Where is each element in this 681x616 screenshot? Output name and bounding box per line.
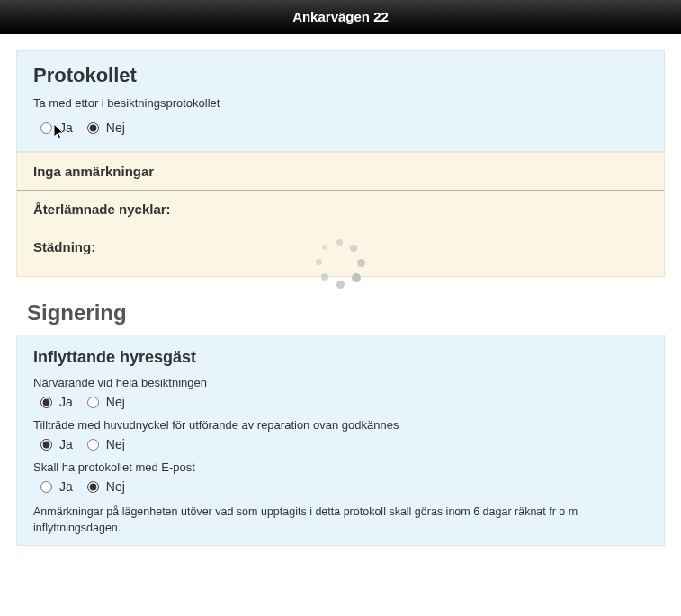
q2-label-ja[interactable]: Ja xyxy=(59,437,73,451)
cream-section: Inga anmärkningar Återlämnade nycklar: S… xyxy=(16,152,665,277)
q1-radio-nej[interactable] xyxy=(87,397,99,408)
q3-text: Skall ha protokollet med E-post xyxy=(33,460,648,474)
inflyttande-title: Inflyttande hyresgäst xyxy=(33,348,648,367)
q1-label-nej[interactable]: Nej xyxy=(106,395,125,409)
cream-row-2: Återlämnade nycklar: xyxy=(17,191,664,228)
q1-radio-ja[interactable] xyxy=(40,397,52,408)
q2-label-nej[interactable]: Nej xyxy=(106,437,125,451)
protokollet-radio-ja[interactable] xyxy=(40,122,52,134)
protokollet-title: Protokollet xyxy=(33,64,648,87)
app-header: Ankarvägen 22 xyxy=(0,0,681,34)
protokollet-radio-nej[interactable] xyxy=(87,122,99,134)
truncated-previous-row xyxy=(0,34,681,45)
content: Protokollet Ta med ettor i besiktningspr… xyxy=(0,34,681,546)
cream-row-1: Inga anmärkningar xyxy=(17,153,664,191)
cream-row-3: Städning: xyxy=(17,228,664,276)
protokollet-label-nej[interactable]: Nej xyxy=(106,121,125,135)
inflyttande-section: Inflyttande hyresgäst Närvarande vid hel… xyxy=(16,335,665,546)
q3-radio-ja[interactable] xyxy=(40,481,52,493)
q3-label-nej[interactable]: Nej xyxy=(106,479,125,494)
inflyttande-footnote: Anmärkningar på lägenheten utöver vad so… xyxy=(33,504,648,536)
q2-radio-nej[interactable] xyxy=(87,439,99,451)
q1-label-ja[interactable]: Ja xyxy=(59,395,73,409)
signering-title: Signering xyxy=(27,300,665,326)
protokollet-radio-row: Ja Nej xyxy=(40,121,648,135)
q3-radio-row: Ja Nej xyxy=(40,479,648,494)
protokollet-label-ja[interactable]: Ja xyxy=(59,121,73,135)
q2-radio-ja[interactable] xyxy=(40,439,52,451)
q1-text: Närvarande vid hela besiktningen xyxy=(33,376,648,389)
protokollet-section: Protokollet Ta med ettor i besiktningspr… xyxy=(16,50,665,152)
q2-radio-row: Ja Nej xyxy=(40,437,648,451)
q3-label-ja[interactable]: Ja xyxy=(59,479,73,494)
protokollet-subtext: Ta med ettor i besiktningsprotokollet xyxy=(33,96,648,110)
q3-radio-nej[interactable] xyxy=(87,481,99,493)
page-title: Ankarvägen 22 xyxy=(292,9,389,24)
q2-text: Tillträde med huvudnyckel för utförande … xyxy=(33,418,648,432)
q1-radio-row: Ja Nej xyxy=(40,395,648,409)
